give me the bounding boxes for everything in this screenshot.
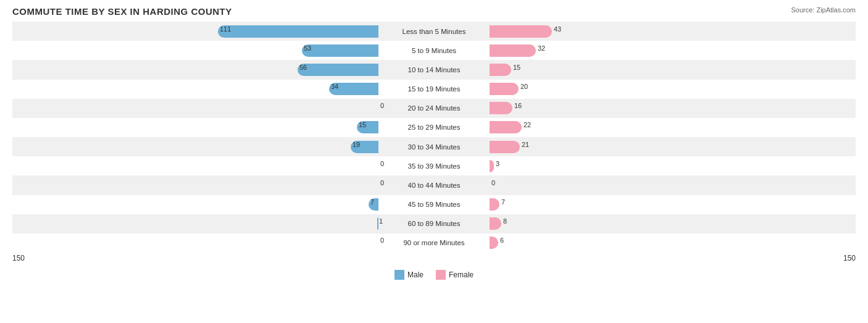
row-inner: 53 5 to 9 Minutes 32	[12, 41, 856, 60]
female-value: 6	[498, 237, 504, 244]
row-label: Less than 5 Minutes	[378, 28, 490, 35]
bar-row: 7 45 to 59 Minutes 7	[12, 195, 856, 214]
male-value: 56	[299, 64, 309, 71]
row-label: 45 to 59 Minutes	[378, 201, 490, 208]
left-bar-container: 111	[202, 25, 378, 38]
row-label: 20 to 24 Minutes	[378, 104, 490, 112]
legend-male-box	[394, 270, 404, 280]
bottom-axis: 150 150	[12, 254, 856, 266]
left-bar-container: 19	[202, 140, 378, 154]
right-bar-container: 15	[490, 63, 666, 77]
bar-row: 34 15 to 19 Minutes 20	[12, 80, 856, 99]
right-bar-container: 43	[490, 25, 666, 38]
row-label: 25 to 29 Minutes	[378, 124, 490, 131]
male-value: 111	[220, 25, 233, 33]
female-value: 20	[519, 83, 528, 90]
bar-row: 0 90 or more Minutes 6	[12, 233, 856, 253]
row-inner: 19 30 to 34 Minutes 21	[12, 137, 856, 156]
female-value: 16	[512, 102, 522, 109]
female-bar: 6	[490, 237, 498, 249]
male-bar: 34	[329, 83, 378, 95]
left-bar-container: 34	[202, 82, 378, 96]
female-value: 3	[494, 160, 499, 167]
right-bar-container: 3	[490, 159, 666, 173]
bars-wrapper: 111 Less than 5 Minutes 43 53 5 to 9 Min…	[12, 22, 856, 253]
left-bar-container: 0	[202, 159, 378, 173]
row-inner: 56 10 to 14 Minutes 15	[12, 60, 856, 79]
axis-left-value: 150	[12, 254, 25, 262]
row-inner: 34 15 to 19 Minutes 20	[12, 80, 856, 99]
bar-row: 1 60 to 89 Minutes 8	[12, 214, 856, 233]
bar-row: 0 20 to 24 Minutes 16	[12, 99, 856, 118]
female-value: 22	[522, 121, 531, 128]
bar-row: 53 5 to 9 Minutes 32	[12, 41, 856, 60]
bar-row: 15 25 to 29 Minutes 22	[12, 118, 856, 137]
legend-female-label: Female	[449, 271, 474, 279]
female-bar: 16	[490, 102, 512, 114]
left-bar-container: 15	[202, 120, 378, 134]
female-bar: 8	[490, 217, 501, 230]
female-value: 15	[511, 64, 520, 71]
male-bar: 56	[298, 64, 378, 76]
legend-male-label: Male	[407, 271, 424, 279]
legend: Male Female	[12, 270, 856, 280]
female-bar: 20	[490, 83, 519, 95]
female-value: 43	[552, 25, 561, 33]
axis-right-value: 150	[843, 254, 856, 262]
bar-row: 0 35 to 39 Minutes 3	[12, 156, 856, 175]
row-label: 90 or more Minutes	[378, 239, 490, 246]
row-label: 5 to 9 Minutes	[378, 47, 490, 54]
female-bar: 32	[490, 44, 536, 57]
male-bar: 7	[369, 198, 378, 211]
bar-row: 0 40 to 44 Minutes 0	[12, 175, 856, 195]
right-bar-container: 22	[490, 120, 666, 134]
female-bar: 22	[490, 121, 522, 133]
male-value: 19	[353, 141, 362, 148]
left-bar-container: 53	[202, 44, 378, 57]
chart-body: 111 Less than 5 Minutes 43 53 5 to 9 Min…	[12, 22, 856, 280]
right-bar-container: 6	[490, 236, 666, 250]
left-bar-container: 0	[202, 236, 378, 250]
left-bar-container: 0	[202, 178, 378, 192]
female-bar: 43	[490, 25, 552, 38]
row-label: 30 to 34 Minutes	[378, 143, 490, 151]
female-bar: 21	[490, 141, 520, 153]
bar-row: 56 10 to 14 Minutes 15	[12, 60, 856, 79]
male-bar: 19	[351, 141, 378, 153]
row-inner: 0 20 to 24 Minutes 16	[12, 99, 856, 118]
female-value: 7	[499, 198, 505, 206]
right-bar-container: 16	[490, 101, 666, 115]
row-inner: 111 Less than 5 Minutes 43	[12, 22, 856, 41]
row-inner: 15 25 to 29 Minutes 22	[12, 118, 856, 137]
row-inner: 0 40 to 44 Minutes 0	[12, 175, 856, 195]
row-label: 60 to 89 Minutes	[378, 220, 490, 227]
legend-female: Female	[436, 270, 474, 280]
legend-male: Male	[394, 270, 424, 280]
male-bar: 53	[302, 44, 378, 57]
female-value: 8	[501, 217, 507, 225]
row-inner: 1 60 to 89 Minutes 8	[12, 214, 856, 233]
female-value: 21	[520, 141, 529, 148]
left-bar-container: 1	[202, 217, 378, 230]
legend-female-box	[436, 270, 446, 280]
right-bar-container: 21	[490, 140, 666, 154]
male-value: 7	[370, 198, 376, 206]
row-label: 15 to 19 Minutes	[378, 85, 490, 93]
right-bar-container: 32	[490, 44, 666, 57]
chart-title: COMMUTE TIME BY SEX IN HARDING COUNTY	[12, 6, 856, 17]
row-label: 35 to 39 Minutes	[378, 162, 490, 170]
male-value: 15	[359, 121, 368, 128]
chart-container: COMMUTE TIME BY SEX IN HARDING COUNTY So…	[0, 0, 868, 323]
left-bar-container: 56	[202, 63, 378, 77]
female-bar: 7	[490, 198, 499, 211]
male-value: 34	[331, 83, 340, 90]
source-text: Source: ZipAtlas.com	[791, 6, 856, 14]
female-value: 0	[490, 179, 495, 187]
right-bar-container: 0	[490, 178, 666, 192]
male-bar: 15	[357, 121, 378, 133]
left-bar-container: 0	[202, 101, 378, 115]
row-inner: 0 35 to 39 Minutes 3	[12, 156, 856, 175]
row-inner: 0 90 or more Minutes 6	[12, 233, 856, 253]
female-value: 32	[536, 44, 545, 52]
male-bar: 111	[218, 25, 378, 38]
